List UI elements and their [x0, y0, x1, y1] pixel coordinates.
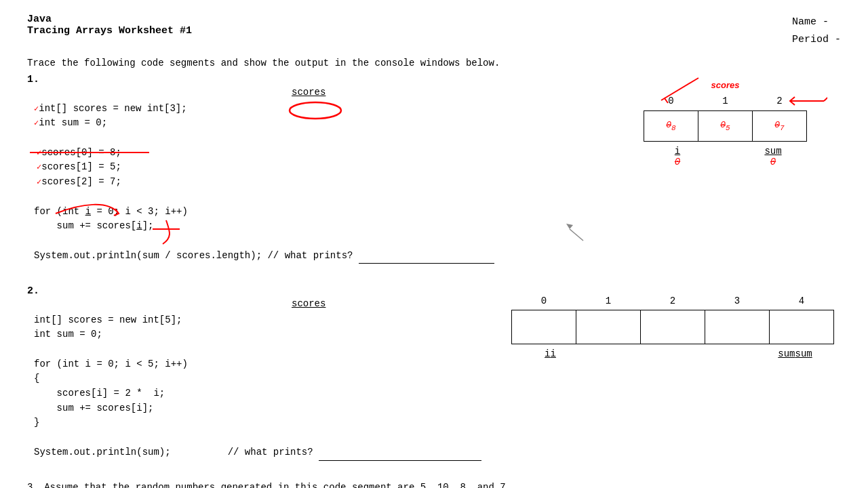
- val2-2: [641, 310, 705, 344]
- s1-line2: int sum = 0;: [39, 117, 107, 128]
- val2-0: [512, 310, 576, 344]
- val2-4: [770, 310, 834, 344]
- title1: Java: [27, 14, 192, 25]
- idx-2: 2: [753, 92, 807, 110]
- title2: Tracing Arrays Worksheet #1: [27, 25, 192, 37]
- scores-label-1: scores: [292, 87, 326, 98]
- idx-1: 1: [698, 92, 753, 110]
- val-2: 07: [753, 110, 807, 141]
- idx2-3: 3: [705, 291, 770, 310]
- name-label: Name -: [792, 14, 841, 31]
- val2-1: [576, 310, 641, 344]
- scores-label-2: scores: [292, 298, 326, 309]
- var-sum-label-1: sum: [746, 146, 800, 157]
- var-i-label-2: ii: [518, 348, 583, 359]
- val2-3: [705, 310, 770, 344]
- idx2-2: 2: [641, 291, 705, 310]
- idx-0: 0: [644, 92, 698, 110]
- var-i-label-1: i: [650, 146, 705, 157]
- idx2-0: 0: [512, 291, 576, 310]
- var-sum-val-1: 0: [746, 157, 800, 167]
- s2-line1: int[] scores = new int[5]; int sum = 0; …: [34, 314, 481, 458]
- array-diagram-1: scores 0 1 2: [644, 80, 807, 167]
- period-label: Period -: [792, 31, 841, 49]
- val-1: 05: [698, 110, 753, 141]
- s1-line1: int[] scores = new int[3];: [39, 103, 186, 114]
- section3-text: 3. Assume that the random numbers genera…: [27, 482, 841, 488]
- idx2-1: 1: [576, 291, 641, 310]
- val-0: 08: [644, 110, 698, 141]
- instructions: Trace the following code segments and sh…: [27, 58, 841, 68]
- s1-line8: for (int i = 0; i < 3; i++): [34, 206, 188, 217]
- var-sum-label-2: sumsum: [763, 348, 827, 359]
- s1-line11: System.out.println(sum / scores.length);…: [34, 250, 494, 261]
- svg-line-1: [824, 92, 827, 101]
- s1-line9: sum += scores[i];: [57, 220, 154, 231]
- var-i-val-1: 0: [650, 157, 705, 167]
- idx2-4: 4: [770, 291, 834, 310]
- s1-line5: scores[1] = 5;: [41, 161, 121, 172]
- s1-line6: scores[2] = 7;: [41, 176, 121, 187]
- array-diagram-2: 0 1 2 3 4: [511, 291, 834, 360]
- s1-line4: scores[0] = 8;: [41, 147, 121, 158]
